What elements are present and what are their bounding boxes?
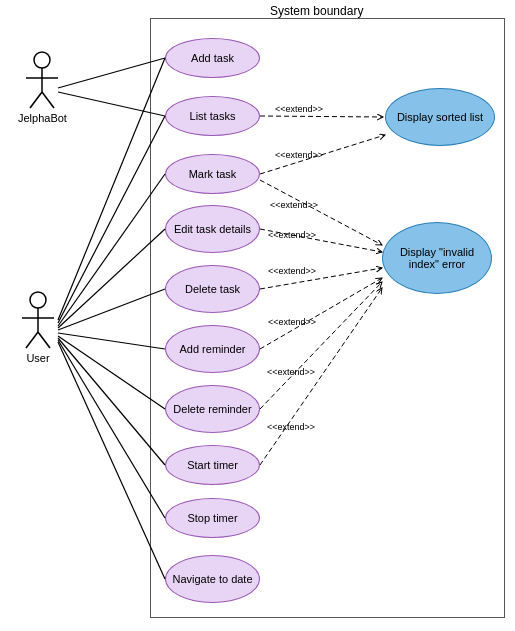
extend-label-5: <<extend>> xyxy=(268,266,316,276)
extend-label-6: <<extend>> xyxy=(268,317,316,327)
line-user-marktask xyxy=(58,174,165,326)
line-user-deletetask xyxy=(58,289,165,330)
extend-label-1: <<extend>> xyxy=(275,104,323,114)
diagram-svg: <<extend>> <<extend>> <<extend>> <<exten… xyxy=(0,0,515,631)
extend-label-2: <<extend>> xyxy=(275,150,323,160)
line-jelphabot-addtask xyxy=(58,58,165,88)
line-user-addtask xyxy=(58,58,165,320)
use-case-diagram: System boundary JelphaBot User Add task … xyxy=(0,0,515,631)
line-jelphabot-listtasks xyxy=(58,92,165,116)
extend-label-4: <<extend>> xyxy=(268,230,316,240)
extend-listtasks-sorted xyxy=(260,116,383,117)
line-user-stoptimer xyxy=(58,340,165,518)
line-user-listtasks xyxy=(58,116,165,323)
extend-label-8: <<extend>> xyxy=(267,422,315,432)
line-user-starttimer xyxy=(58,338,165,465)
extend-deletereminder-invalid xyxy=(260,282,382,409)
extend-label-3: <<extend>> xyxy=(270,200,318,210)
line-user-edittask xyxy=(58,229,165,328)
extend-label-7: <<extend>> xyxy=(267,367,315,377)
extend-addreminder-invalid xyxy=(260,278,382,349)
line-user-navigatedate xyxy=(58,342,165,579)
